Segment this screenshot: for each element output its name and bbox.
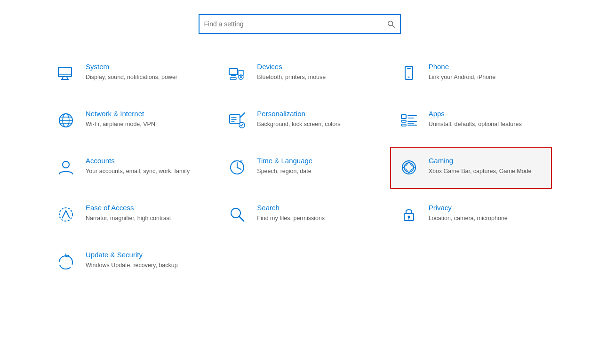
setting-item-phone[interactable]: Phone Link your Android, iPhone — [390, 53, 552, 95]
gaming-icon — [398, 156, 420, 179]
setting-desc-phone: Link your Android, iPhone — [429, 73, 544, 82]
setting-desc-system: Display, sound, notifications, power — [86, 73, 201, 82]
privacy-icon — [398, 203, 420, 226]
setting-title-time: Time & Language — [257, 156, 373, 166]
setting-item-apps[interactable]: Apps Uninstall, defaults, optional featu… — [390, 100, 552, 142]
svg-line-46 — [240, 217, 244, 222]
setting-item-personalization[interactable]: Personalization Background, lock screen,… — [218, 100, 380, 142]
setting-item-search[interactable]: Search Find my files, permissions — [218, 194, 380, 236]
setting-text-personalization: Personalization Background, lock screen,… — [257, 109, 373, 128]
setting-text-network: Network & Internet Wi-Fi, airplane mode,… — [86, 109, 201, 128]
ease-icon — [55, 203, 77, 226]
svg-line-23 — [240, 117, 241, 118]
setting-desc-privacy: Location, camera, microphone — [429, 214, 544, 223]
setting-text-accounts: Accounts Your accounts, email, sync, wor… — [86, 156, 201, 175]
svg-point-43 — [404, 163, 414, 172]
setting-title-devices: Devices — [257, 62, 373, 71]
devices-icon — [226, 62, 248, 85]
svg-rect-2 — [58, 67, 72, 77]
svg-text:文: 文 — [240, 159, 243, 163]
setting-title-update: Update & Security — [86, 250, 201, 260]
setting-title-accounts: Accounts — [86, 156, 201, 166]
svg-text:A: A — [233, 160, 235, 163]
svg-line-39 — [237, 167, 241, 169]
setting-item-update[interactable]: Update & Security Windows Update, recove… — [47, 241, 209, 283]
setting-text-apps: Apps Uninstall, defaults, optional featu… — [429, 109, 544, 128]
apps-icon — [398, 109, 420, 132]
setting-title-apps: Apps — [429, 109, 544, 119]
system-icon — [55, 62, 77, 85]
setting-desc-gaming: Xbox Game Bar, captures, Game Mode — [429, 167, 544, 176]
time-icon: A 文 — [226, 156, 248, 179]
setting-title-gaming: Gaming — [429, 156, 544, 166]
svg-point-15 — [408, 77, 409, 78]
setting-desc-time: Speech, region, date — [257, 167, 373, 176]
search-bar[interactable] — [199, 14, 401, 34]
setting-text-gaming: Gaming Xbox Game Bar, captures, Game Mod… — [429, 156, 544, 175]
setting-desc-network: Wi-Fi, airplane mode, VPN — [86, 120, 201, 129]
setting-desc-devices: Bluetooth, printers, mouse — [257, 73, 373, 82]
setting-item-network[interactable]: Network & Internet Wi-Fi, airplane mode,… — [47, 100, 209, 142]
svg-point-11 — [240, 76, 242, 78]
setting-desc-personalization: Background, lock screen, colors — [257, 120, 373, 129]
setting-desc-ease: Narrator, magnifier, high contrast — [86, 214, 201, 223]
setting-desc-update: Windows Update, recovery, backup — [86, 261, 201, 270]
setting-item-ease[interactable]: Ease of Access Narrator, magnifier, high… — [47, 194, 209, 236]
search-icon — [226, 203, 248, 226]
search-input[interactable] — [204, 20, 387, 28]
svg-rect-28 — [401, 115, 406, 119]
setting-title-phone: Phone — [429, 62, 544, 71]
setting-desc-accounts: Your accounts, email, sync, work, family — [86, 167, 201, 176]
svg-rect-29 — [401, 120, 406, 122]
svg-line-22 — [241, 113, 245, 117]
settings-grid: System Display, sound, notifications, po… — [47, 53, 552, 283]
svg-rect-12 — [230, 78, 236, 79]
phone-icon — [398, 62, 420, 85]
svg-line-1 — [392, 25, 394, 27]
setting-item-gaming[interactable]: Gaming Xbox Game Bar, captures, Game Mod… — [390, 147, 552, 189]
setting-desc-search: Find my files, permissions — [257, 214, 373, 223]
accounts-icon — [55, 156, 77, 179]
setting-title-network: Network & Internet — [86, 109, 201, 119]
search-icon — [387, 20, 395, 28]
setting-text-search: Search Find my files, permissions — [257, 203, 373, 222]
setting-text-ease: Ease of Access Narrator, magnifier, high… — [86, 203, 201, 222]
setting-title-personalization: Personalization — [257, 109, 373, 119]
personalization-icon — [226, 109, 248, 132]
setting-text-devices: Devices Bluetooth, printers, mouse — [257, 62, 373, 81]
setting-text-update: Update & Security Windows Update, recove… — [86, 250, 201, 269]
network-icon — [55, 109, 77, 132]
setting-title-system: System — [86, 62, 201, 71]
setting-item-time[interactable]: A 文 Time & Language Speech, region, date — [218, 147, 380, 189]
svg-rect-8 — [231, 75, 236, 76]
search-wrapper — [47, 14, 552, 34]
setting-text-system: System Display, sound, notifications, po… — [86, 62, 201, 81]
settings-page: System Display, sound, notifications, po… — [0, 0, 599, 302]
setting-item-accounts[interactable]: Accounts Your accounts, email, sync, wor… — [47, 147, 209, 189]
setting-text-privacy: Privacy Location, camera, microphone — [429, 203, 544, 222]
svg-point-44 — [59, 208, 72, 221]
setting-title-search: Search — [257, 203, 373, 213]
setting-item-devices[interactable]: Devices Bluetooth, printers, mouse — [218, 53, 380, 95]
setting-title-ease: Ease of Access — [86, 203, 201, 213]
svg-rect-21 — [230, 115, 240, 123]
svg-point-36 — [63, 161, 69, 168]
update-icon — [55, 250, 77, 273]
svg-rect-30 — [401, 124, 406, 126]
setting-title-privacy: Privacy — [429, 203, 544, 213]
setting-text-time: Time & Language Speech, region, date — [257, 156, 373, 175]
setting-desc-apps: Uninstall, defaults, optional features — [429, 120, 544, 129]
setting-item-privacy[interactable]: Privacy Location, camera, microphone — [390, 194, 552, 236]
setting-text-phone: Phone Link your Android, iPhone — [429, 62, 544, 81]
setting-item-system[interactable]: System Display, sound, notifications, po… — [47, 53, 209, 95]
svg-rect-7 — [229, 69, 238, 75]
